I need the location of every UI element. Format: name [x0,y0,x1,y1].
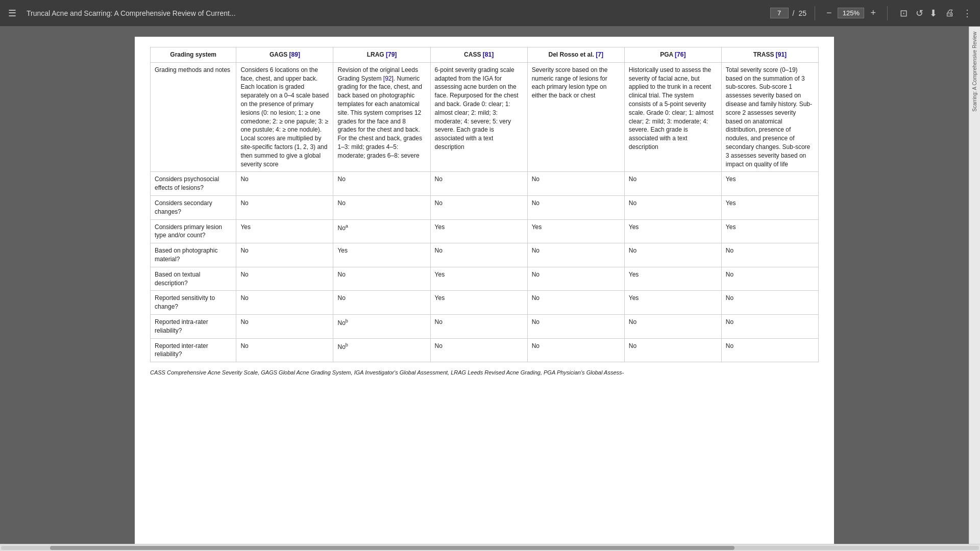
page-total: 25 [798,9,806,17]
view-icons: ⊡ ↺ [900,8,923,19]
ref-92-link[interactable]: [92] [383,75,394,82]
table-row: Based on textual description? No No Yes … [151,267,819,291]
cell-delrosso-textual: No [527,267,624,291]
cell-cass-primary-lesion: Yes [430,219,527,243]
sidebar-label: Scarring: A Comprehensive Review [972,32,977,112]
menu-icon[interactable]: ☰ [8,8,16,19]
footer-text-content: CASS Comprehensive Acne Severity Scale, … [150,369,624,375]
cell-pga-psychosocial: No [624,172,721,196]
gags-link[interactable]: [89] [289,51,300,58]
cell-delrosso-sensitivity: No [527,291,624,315]
cell-cass-sensitivity: Yes [430,291,527,315]
cell-cass-photographic: No [430,243,527,267]
cell-delrosso-primary-lesion: Yes [527,219,624,243]
table-row: Considers secondary changes? No No No No… [151,195,819,219]
cass-link[interactable]: [81] [483,51,494,58]
main-area: Grading system GAGS [89] LRAG [79] CASS … [0,27,980,544]
table-row: Reported intra-rater reliability? No Nob… [151,314,819,338]
cell-lrag-photographic: Yes [333,243,430,267]
table-row: Considers primary lesion type and/or cou… [151,219,819,243]
table-row: Reported inter-rater reliability? No Nob… [151,338,819,362]
cell-delrosso-inter-rater: No [527,338,624,362]
cell-label-inter-rater: Reported inter-rater reliability? [151,338,236,362]
cell-gags-inter-rater: No [236,338,333,362]
horizontal-scrollbar[interactable] [0,544,980,551]
fit-page-button[interactable]: ⊡ [900,8,908,19]
cell-delrosso-psychosocial: No [527,172,624,196]
table-footer: CASS Comprehensive Acne Severity Scale, … [150,368,819,377]
cell-label-sensitivity: Reported sensitivity to change? [151,291,236,315]
cell-gags-textual: No [236,267,333,291]
delrosso-link[interactable]: [7] [596,51,603,58]
cell-pga-grading: Historically used to assess the severity… [624,62,721,172]
cell-lrag-inter-rater: Nob [333,338,430,362]
cell-lrag-secondary: No [333,195,430,219]
cell-trass-secondary: Yes [721,195,818,219]
col-header-gags: GAGS [89] [236,47,333,63]
scroll-thumb[interactable] [50,546,734,550]
cell-label-secondary: Considers secondary changes? [151,195,236,219]
zoom-input[interactable] [838,8,864,18]
cell-trass-photographic: No [721,243,818,267]
col-header-cass: CASS [81] [430,47,527,63]
cell-delrosso-secondary: No [527,195,624,219]
col-header-pga: PGA [76] [624,47,721,63]
cell-label-textual: Based on textual description? [151,267,236,291]
cell-trass-textual: No [721,267,818,291]
divider-2 [887,6,888,20]
cell-delrosso-photographic: No [527,243,624,267]
cell-pga-primary-lesion: Yes [624,219,721,243]
cell-delrosso-grading: Severity score based on the numeric rang… [527,62,624,172]
table-header-row: Grading system GAGS [89] LRAG [79] CASS … [151,47,819,63]
lrag-link[interactable]: [79] [386,51,397,58]
cell-cass-intra-rater: No [430,314,527,338]
cell-gags-secondary: No [236,195,333,219]
cell-pga-photographic: No [624,243,721,267]
cell-label-photographic: Based on photographic material? [151,243,236,267]
col-header-system: Grading system [151,47,236,63]
col-header-trass: TRASS [91] [721,47,818,63]
cell-label-grading: Grading methods and notes [151,62,236,172]
pdf-viewer[interactable]: Grading system GAGS [89] LRAG [79] CASS … [0,27,969,544]
table-row: Based on photographic material? No Yes N… [151,243,819,267]
cell-gags-photographic: No [236,243,333,267]
cell-gags-primary-lesion: Yes [236,219,333,243]
table-row: Grading methods and notes Considers 6 lo… [151,62,819,172]
zoom-controls: − + [823,7,879,19]
page-number-input[interactable] [770,8,789,18]
cell-pga-sensitivity: Yes [624,291,721,315]
cell-lrag-psychosocial: No [333,172,430,196]
cell-lrag-sensitivity: No [333,291,430,315]
cell-gags-psychosocial: No [236,172,333,196]
pdf-page: Grading system GAGS [89] LRAG [79] CASS … [135,37,834,544]
trass-link[interactable]: [91] [776,51,787,58]
cell-gags-sensitivity: No [236,291,333,315]
cell-pga-intra-rater: No [624,314,721,338]
zoom-decrease-button[interactable]: − [823,7,835,19]
cell-gags-grading: Considers 6 locations on the face, chest… [236,62,333,172]
cell-trass-grading: Total severity score (0–19) based on the… [721,62,818,172]
history-button[interactable]: ↺ [916,8,923,19]
cell-gags-intra-rater: No [236,314,333,338]
cell-pga-inter-rater: No [624,338,721,362]
print-button[interactable]: 🖨 [945,8,954,18]
zoom-increase-button[interactable]: + [867,7,879,19]
col-header-lrag: LRAG [79] [333,47,430,63]
cell-lrag-grading: Revision of the original Leeds Grading S… [333,62,430,172]
pga-link[interactable]: [76] [675,51,685,58]
right-sidebar: Scarring: A Comprehensive Review [969,27,980,544]
page-controls: / 25 [770,8,806,18]
cell-lrag-primary-lesion: Noa [333,219,430,243]
table-row: Reported sensitivity to change? No No Ye… [151,291,819,315]
scroll-track [1,546,979,550]
more-options-button[interactable]: ⋮ [963,8,972,19]
cell-label-intra-rater: Reported intra-rater reliability? [151,314,236,338]
toolbar: ☰ Truncal Acne and Scarring: A Comprehen… [0,0,980,27]
col-header-delrosso: Del Rosso et al. [7] [527,47,624,63]
download-button[interactable]: ⬇ [929,8,937,19]
cell-trass-intra-rater: No [721,314,818,338]
cell-label-primary-lesion: Considers primary lesion type and/or cou… [151,219,236,243]
page-separator: / [793,9,795,17]
cell-cass-textual: Yes [430,267,527,291]
divider-1 [815,6,815,20]
